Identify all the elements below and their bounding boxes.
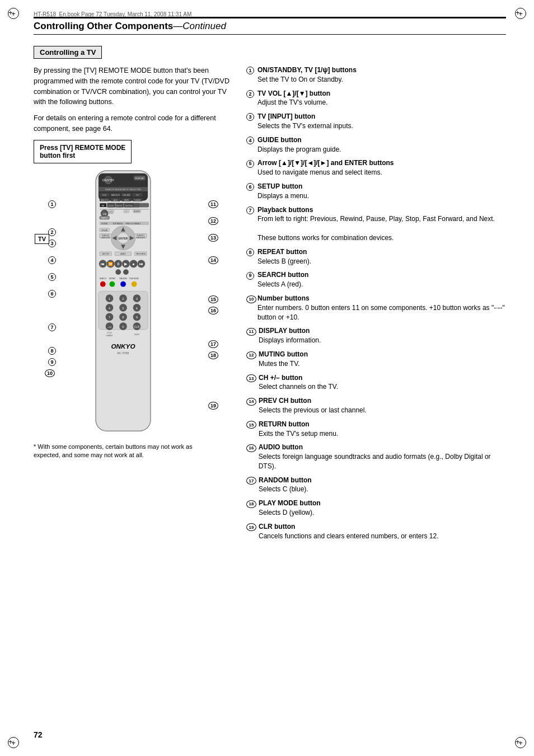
list-item: 17 RANDOM button Selects C (blue). xyxy=(246,476,506,495)
svg-text:9: 9 xyxy=(136,316,138,319)
svg-text:2: 2 xyxy=(122,297,124,300)
label-13-right: 13 xyxy=(208,234,218,242)
svg-text:TUNER: TUNER xyxy=(134,199,141,201)
list-item: 5 Arrow [▲]/[▼]/[◄]/[►] and ENTER button… xyxy=(246,158,506,177)
svg-text:8: 8 xyxy=(122,316,124,319)
svg-text:SEARCH: SEARCH xyxy=(100,277,106,279)
label-10-left: 10 xyxy=(45,369,55,377)
svg-text:NF A/B: NF A/B xyxy=(101,229,108,231)
svg-text:CATEGORY: CATEGORY xyxy=(136,237,145,239)
page: + + + + HT-R518_En.book Page 72 Tuesday,… xyxy=(0,0,534,756)
svg-point-95 xyxy=(132,281,137,287)
svg-text:CLR: CLR xyxy=(134,326,140,328)
reg-mark-bl: + xyxy=(8,737,19,748)
label-2-left: 2 xyxy=(48,228,56,236)
intro-para2: For details on entering a remote control… xyxy=(34,113,235,134)
file-info: HT-R518_En.book Page 72 Tuesday, March 1… xyxy=(34,11,191,17)
list-item: 11 DISPLAY button Displays information. xyxy=(246,326,506,345)
svg-text:REMOTE MODE/INPUT SELECTOR: REMOTE MODE/INPUT SELECTOR xyxy=(105,188,141,191)
svg-text:INPUT: INPUT xyxy=(101,217,108,219)
svg-text:DOCK: DOCK xyxy=(109,204,115,206)
svg-rect-34 xyxy=(134,203,140,207)
svg-text:⏸: ⏸ xyxy=(116,262,120,266)
list-item: 10 Number buttons Enter numbers. 0 butto… xyxy=(246,294,506,322)
svg-text:⏪: ⏪ xyxy=(108,261,113,266)
label-16-right: 16 xyxy=(208,307,218,314)
right-column: 1 ON/STANDBY, TV [1/ψ] buttons Set the T… xyxy=(246,65,506,545)
svg-text:SETUP: SETUP xyxy=(102,252,109,255)
reg-mark-br: + xyxy=(515,737,526,748)
svg-point-92 xyxy=(100,281,106,287)
svg-text:ONKYO: ONKYO xyxy=(111,342,135,350)
list-item: 4 GUIDE button Displays the program guid… xyxy=(246,135,506,154)
list-item: 3 TV [INPUT] button Selects the TV's ext… xyxy=(246,112,506,131)
svg-text:GUIDE: GUIDE xyxy=(101,222,108,224)
svg-text:SLEEP: SLEEP xyxy=(134,333,139,335)
remote-svg: ON/STBY DISPLAY REMOTE MODE/INPUT SELECT… xyxy=(34,168,213,436)
remote-diagram: TV 1 2 3 4 5 6 7 8 9 xyxy=(34,168,224,438)
label-19-right: 19 xyxy=(208,402,218,410)
list-item: 8 REPEAT button Selects B (green). xyxy=(246,247,506,266)
item-list: 1 ON/STANDBY, TV [1/ψ] buttons Set the T… xyxy=(246,65,506,541)
list-item: 12 MUTING button Mutes the TV. xyxy=(246,350,506,369)
svg-point-94 xyxy=(120,281,126,287)
content-layout: By pressing the [TV] REMOTE MODE button … xyxy=(34,65,506,545)
svg-text:+10: +10 xyxy=(107,326,111,328)
list-item: 6 SETUP button Displays a menu. xyxy=(246,182,506,201)
svg-text:⏮: ⏮ xyxy=(101,262,105,266)
label-12-right: 12 xyxy=(208,217,218,225)
svg-text:7: 7 xyxy=(109,316,110,319)
intro-para1: By pressing the [TV] REMOTE MODE button … xyxy=(34,65,235,107)
reg-mark-tl: + xyxy=(8,8,19,19)
page-header: Controlling Other Components—Continued xyxy=(34,17,506,35)
svg-text:0.TUN: 0.TUN xyxy=(107,331,111,334)
svg-text:RANDOM: RANDOM xyxy=(120,277,128,279)
svg-text:3: 3 xyxy=(136,297,138,300)
svg-text:PREV CH MENU: PREV CH MENU xyxy=(126,222,141,224)
svg-text:MD/CD-R: MD/CD-R xyxy=(111,194,120,196)
svg-text:ALBUM: ALBUM xyxy=(134,210,140,213)
svg-text:CD: CD xyxy=(136,194,139,196)
label-15-right: 15 xyxy=(208,295,218,303)
label-14-right: 14 xyxy=(208,256,218,264)
svg-text:TV: TV xyxy=(101,204,104,206)
svg-text:TAPE: TAPE xyxy=(124,199,129,201)
svg-text:DVD: DVD xyxy=(102,194,107,196)
svg-point-86 xyxy=(115,269,121,275)
page-number: 72 xyxy=(34,730,43,739)
label-11-right: 11 xyxy=(208,200,218,208)
label-17-right: 17 xyxy=(208,340,218,348)
svg-text:1: 1 xyxy=(109,297,110,300)
label-9-left: 9 xyxy=(48,358,56,366)
label-1-left: 1 xyxy=(48,200,56,208)
svg-text:+/-: +/- xyxy=(125,210,128,213)
svg-text:1/ψ: 1/ψ xyxy=(102,213,107,215)
svg-point-93 xyxy=(110,281,115,287)
list-item: 7 Playback buttons From left to right: P… xyxy=(246,205,506,243)
list-item: 13 CH +/– button Select channels on the … xyxy=(246,373,506,392)
svg-text:A/BO: A/BO xyxy=(120,252,125,255)
label-3-left: 3 xyxy=(48,240,56,247)
label-18-right: 18 xyxy=(208,351,218,359)
svg-text:REPEAT: REPEAT xyxy=(109,277,116,279)
svg-text:■: ■ xyxy=(133,262,135,266)
label-5-left: 5 xyxy=(48,273,56,281)
svg-text:AUX: AUX xyxy=(114,199,118,201)
svg-text:6: 6 xyxy=(136,306,138,309)
svg-text:ON/STBY: ON/STBY xyxy=(102,179,115,182)
label-6-left: 6 xyxy=(48,290,56,298)
list-item: 19 CLR button Cancels functions and clea… xyxy=(246,522,506,541)
svg-text:DISPLAY: DISPLAY xyxy=(135,176,144,179)
svg-text:DSL/MG: DSL/MG xyxy=(123,194,130,196)
svg-point-87 xyxy=(123,269,129,275)
list-item: 18 PLAY MODE button Selects D (yellow). xyxy=(246,499,506,518)
reg-mark-tr: + xyxy=(515,8,526,19)
section-title: Controlling a TV xyxy=(34,46,102,59)
svg-text:DIMMER: DIMMER xyxy=(106,334,113,336)
svg-text:PLAY MODE: PLAY MODE xyxy=(129,277,139,279)
label-7-left: 7 xyxy=(48,323,56,331)
footnote: * With some components, certain buttons … xyxy=(34,443,202,460)
tv-label: TV xyxy=(35,234,49,244)
left-column: By pressing the [TV] REMOTE MODE button … xyxy=(34,65,235,459)
list-item: 16 AUDIO button Selects foreign language… xyxy=(246,443,506,471)
